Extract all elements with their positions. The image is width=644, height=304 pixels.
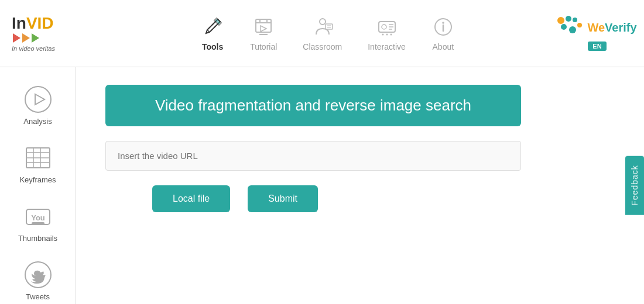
svg-point-21 <box>25 87 51 112</box>
svg-rect-7 <box>326 24 333 29</box>
svg-rect-31 <box>32 222 44 225</box>
invid-logo: InVID <box>12 15 54 32</box>
video-url-input[interactable] <box>105 141 521 171</box>
tutorial-label: Tutorial <box>250 42 277 51</box>
tools-icon <box>201 15 224 39</box>
sidebar-item-keyframes[interactable]: Keyframes <box>0 137 76 190</box>
main-nav: Tools Tutorial <box>94 11 562 56</box>
logo-tagline: In video veritas <box>12 45 55 52</box>
tweets-icon <box>23 260 53 289</box>
tools-label: Tools <box>202 42 223 51</box>
wv-dot-1 <box>557 17 564 24</box>
local-file-button[interactable]: Local file <box>152 185 230 212</box>
tutorial-icon <box>252 15 275 39</box>
language-badge[interactable]: EN <box>588 42 606 51</box>
svg-point-20 <box>442 22 444 24</box>
weverify-dots <box>557 16 584 39</box>
weverify-verify: Verify <box>605 21 636 34</box>
feedback-tab[interactable]: Feedback <box>625 156 644 215</box>
classroom-icon <box>311 15 334 39</box>
nav-item-interactive[interactable]: Interactive <box>361 11 413 56</box>
about-icon <box>431 15 455 39</box>
analysis-icon <box>23 85 53 114</box>
wv-dot-3 <box>573 18 577 22</box>
thumbnails-icon: You <box>23 202 53 231</box>
sidebar-item-tweets[interactable]: Tweets <box>0 254 76 304</box>
svg-point-11 <box>382 25 386 29</box>
weverify-area: WeVerify EN <box>562 16 632 51</box>
svg-point-6 <box>320 19 326 25</box>
arrow-green <box>32 33 39 43</box>
sidebar-item-thumbnails[interactable]: You Thumbnails <box>0 196 76 248</box>
svg-point-17 <box>390 34 392 36</box>
nav-item-tutorial[interactable]: Tutorial <box>243 11 284 56</box>
nav-item-tools[interactable]: Tools <box>194 11 231 56</box>
wv-dot-4 <box>561 24 567 30</box>
logo-vid: VID <box>26 15 54 32</box>
logo-area: InVID In video veritas <box>12 15 94 52</box>
wv-dot-2 <box>566 16 571 22</box>
interactive-icon <box>375 15 399 39</box>
arrow-red <box>13 33 20 43</box>
interactive-label: Interactive <box>368 42 406 51</box>
weverify-we: We <box>587 21 605 34</box>
weverify-text: WeVerify <box>587 21 636 34</box>
classroom-label: Classroom <box>303 42 342 51</box>
svg-line-0 <box>207 30 210 32</box>
content-area: Video fragmentation and reverse image se… <box>76 67 644 304</box>
about-label: About <box>433 42 454 51</box>
submit-button[interactable]: Submit <box>248 185 318 212</box>
tweets-label: Tweets <box>26 292 50 301</box>
page-title: Video fragmentation and reverse image se… <box>105 85 521 126</box>
keyframes-icon <box>23 143 53 172</box>
svg-point-16 <box>386 34 388 36</box>
wv-dot-6 <box>577 23 582 27</box>
sidebar-item-analysis[interactable]: Analysis <box>0 79 76 132</box>
arrow-orange <box>22 33 30 43</box>
header: InVID In video veritas Tools <box>0 0 644 67</box>
main-area: Analysis Keyframes You <box>0 67 644 304</box>
wv-dot-5 <box>569 26 576 33</box>
svg-text:You: You <box>31 213 45 222</box>
nav-item-classroom[interactable]: Classroom <box>296 11 349 56</box>
action-buttons: Local file Submit <box>152 185 318 212</box>
svg-marker-22 <box>35 94 44 105</box>
logo-in: In <box>12 15 26 32</box>
keyframes-label: Keyframes <box>19 175 56 184</box>
analysis-label: Analysis <box>23 117 52 126</box>
sidebar: Analysis Keyframes You <box>0 67 76 304</box>
thumbnails-label: Thumbnails <box>18 234 57 243</box>
svg-point-15 <box>382 34 383 36</box>
nav-item-about[interactable]: About <box>424 11 462 56</box>
weverify-logo: WeVerify <box>557 16 636 39</box>
logo-arrows <box>13 33 39 43</box>
